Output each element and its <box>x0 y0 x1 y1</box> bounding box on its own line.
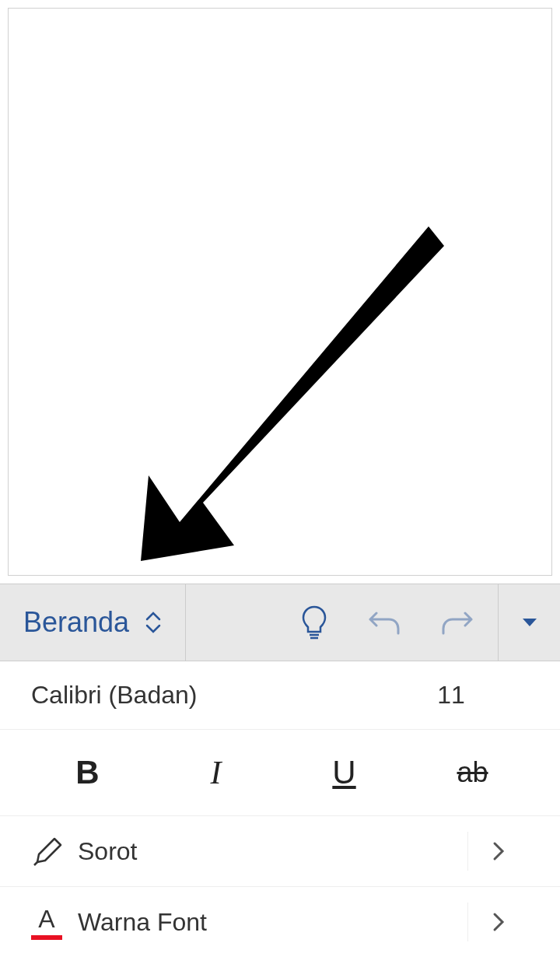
font-color-icon: A <box>31 905 78 940</box>
toolbar-actions <box>186 584 498 661</box>
updown-caret-icon <box>145 612 162 633</box>
strikethrough-button[interactable]: ab <box>411 745 535 800</box>
chevron-right-icon <box>467 832 529 871</box>
font-color-option[interactable]: A Warna Font <box>0 887 560 957</box>
font-name-selector[interactable]: Calibri (Badan) <box>31 681 373 710</box>
ribbon-tab-selector[interactable]: Beranda <box>0 584 186 661</box>
redo-icon[interactable] <box>440 607 474 638</box>
italic-glyph: I <box>211 754 222 791</box>
italic-button[interactable]: I <box>154 745 278 800</box>
bold-glyph: B <box>75 754 99 791</box>
undo-icon[interactable] <box>367 607 401 638</box>
font-name-value: Calibri (Badan) <box>31 681 197 709</box>
highlight-option[interactable]: Sorot <box>0 816 560 887</box>
ribbon-toolbar: Beranda <box>0 584 560 661</box>
lightbulb-icon[interactable] <box>300 604 328 641</box>
dropdown-caret-icon <box>521 617 538 628</box>
chevron-right-icon <box>467 903 529 941</box>
underline-glyph: U <box>332 754 355 791</box>
collapse-dropdown[interactable] <box>498 584 560 661</box>
font-color-glyph: A <box>38 905 54 934</box>
font-size-value: 11 <box>437 681 465 709</box>
svg-marker-0 <box>141 226 444 561</box>
highlight-label: Sorot <box>78 837 467 866</box>
svg-marker-3 <box>523 619 537 626</box>
document-canvas[interactable] <box>8 8 552 576</box>
bold-button[interactable]: B <box>26 745 150 800</box>
underline-button[interactable]: U <box>282 745 407 800</box>
tab-label: Beranda <box>23 606 129 639</box>
arrow-annotation <box>133 211 444 561</box>
font-selector-row: Calibri (Badan) 11 <box>0 661 560 730</box>
font-color-label: Warna Font <box>78 908 467 937</box>
strike-glyph: ab <box>457 756 488 789</box>
home-panel: Calibri (Badan) 11 B I U ab Sorot <box>0 661 560 957</box>
font-size-selector[interactable]: 11 <box>373 681 529 710</box>
highlighter-icon <box>31 834 78 868</box>
text-format-row: B I U ab <box>0 730 560 816</box>
font-color-swatch <box>31 935 62 940</box>
